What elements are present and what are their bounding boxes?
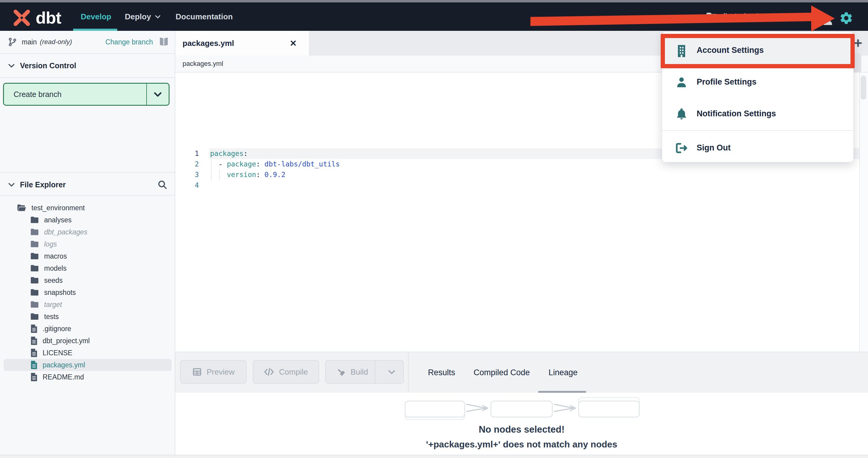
tree-item-packages-yml[interactable]: packages.yml — [4, 359, 172, 371]
user-avatar-icon[interactable] — [822, 14, 834, 27]
folder-icon — [30, 240, 39, 248]
folder-icon — [30, 228, 39, 236]
folder-icon — [30, 265, 39, 272]
current-branch-name: main — [22, 38, 37, 46]
folder-icon — [30, 313, 39, 320]
person-icon — [675, 76, 688, 89]
sidebar: main (read-only) Change branch Version C… — [0, 31, 175, 458]
file-icon — [30, 324, 38, 333]
line-number: 4 — [175, 180, 199, 191]
create-branch-caret[interactable] — [147, 89, 168, 99]
building-icon — [675, 44, 688, 57]
menu-item-profile-settings[interactable]: Profile Settings — [662, 66, 853, 98]
file-icon — [30, 348, 38, 357]
tree-item-readme[interactable]: README.md — [0, 371, 175, 383]
folder-open-icon — [17, 204, 27, 212]
panel-divider — [408, 352, 409, 393]
git-branch-icon — [7, 37, 18, 47]
dbt-logo[interactable]: dbt — [12, 8, 61, 28]
folder-icon — [30, 253, 39, 260]
tree-item-macros[interactable]: macros — [0, 250, 175, 262]
tree-item-license[interactable]: LICENSE — [0, 347, 175, 359]
tree-item-analyses[interactable]: analyses — [0, 214, 175, 226]
grid-icon — [192, 367, 202, 377]
project-folder-icon — [706, 12, 718, 22]
nav-develop[interactable]: Develop — [81, 2, 111, 31]
chevron-down-icon — [7, 61, 16, 70]
menu-item-sign-out[interactable]: Sign Out — [662, 134, 853, 162]
tab-results[interactable]: Results — [428, 352, 455, 393]
folder-icon — [30, 289, 39, 296]
bell-icon — [675, 107, 688, 120]
tab-lineage[interactable]: Lineage — [549, 352, 578, 393]
dbt-logo-icon — [12, 8, 31, 28]
lineage-empty-subtitle: '+packages.yml+' does not match any node… — [175, 439, 868, 450]
code-line-4[interactable]: 4 — [175, 180, 859, 191]
create-branch-button[interactable]: Create branch — [3, 83, 169, 106]
action-bar: Preview Compile Build Results Co — [175, 352, 868, 393]
dbt-logo-text: dbt — [36, 8, 61, 28]
line-number: 3 — [175, 169, 199, 180]
file-icon — [30, 336, 38, 345]
build-button[interactable]: Build — [325, 360, 404, 384]
branch-row: main (read-only) Change branch — [0, 31, 175, 53]
scroll-indicator[interactable] — [854, 53, 861, 73]
editor-scrollbar-thumb[interactable] — [861, 75, 866, 100]
docs-book-icon[interactable] — [158, 37, 169, 47]
account-dropdown-menu: Account Settings Profile Settings Notifi… — [662, 32, 854, 162]
tree-item-gitignore[interactable]: .gitignore — [0, 323, 175, 335]
tree-item-target[interactable]: target — [0, 298, 175, 310]
tree-item-seeds[interactable]: seeds — [0, 274, 175, 286]
nav-documentation[interactable]: Documentation — [176, 2, 233, 31]
sign-out-icon — [675, 142, 688, 154]
version-control-header[interactable]: Version Control — [0, 54, 175, 77]
hammer-icon — [336, 367, 346, 377]
top-navbar: dbt Develop Deploy Documentation dbt Lab… — [0, 2, 868, 31]
lineage-canvas[interactable]: No nodes selected! '+packages.yml+' does… — [175, 393, 868, 455]
dbt-cloud-ide: dbt Develop Deploy Documentation dbt Lab… — [0, 0, 868, 458]
button-separator — [375, 361, 375, 383]
settings-gear-icon[interactable] — [839, 11, 854, 25]
bottom-strip — [0, 455, 868, 458]
tree-item-dbt-project-yml[interactable]: dbt_project.yml — [0, 335, 175, 347]
folder-icon — [30, 216, 39, 224]
file-icon — [30, 360, 38, 369]
preview-button[interactable]: Preview — [180, 360, 247, 384]
compile-button[interactable]: Compile — [253, 360, 319, 384]
code-icon — [264, 367, 274, 377]
menu-divider — [662, 130, 853, 131]
tree-item-snapshots[interactable]: snapshots — [0, 286, 175, 298]
lineage-empty-title: No nodes selected! — [175, 424, 868, 435]
menu-item-account-settings[interactable]: Account Settings — [662, 34, 853, 66]
active-nav-underline — [73, 29, 117, 31]
tree-item-logs[interactable]: logs — [0, 238, 175, 250]
account-context[interactable]: dbt Labs / Analytics — [720, 2, 793, 31]
window-top-strip — [0, 0, 868, 2]
tree-root[interactable]: test_environment — [0, 202, 175, 214]
tree-item-models[interactable]: models — [0, 262, 175, 274]
close-tab-icon[interactable]: ✕ — [290, 38, 297, 48]
tree-item-tests[interactable]: tests — [0, 310, 175, 323]
breadcrumb-file[interactable]: packages.yml — [183, 60, 223, 68]
folder-icon — [30, 301, 39, 308]
tab-packages-yml[interactable]: packages.yml ✕ — [175, 31, 309, 56]
tab-compiled-code[interactable]: Compiled Code — [473, 352, 530, 393]
chevron-down-icon — [154, 13, 161, 20]
file-explorer-header[interactable]: File Explorer — [0, 173, 175, 196]
menu-item-notification-settings[interactable]: Notification Settings — [662, 98, 853, 130]
nav-deploy[interactable]: Deploy — [125, 2, 161, 31]
file-tree: test_environment analyses dbt_packages l… — [0, 202, 175, 383]
line-number: 2 — [175, 159, 199, 169]
file-icon — [30, 372, 38, 382]
change-branch-link[interactable]: Change branch — [105, 38, 153, 46]
line-number: 1 — [175, 148, 199, 159]
folder-icon — [30, 277, 39, 284]
build-options-caret[interactable] — [380, 361, 403, 383]
branch-readonly-label: (read-only) — [40, 38, 72, 46]
divider — [0, 77, 175, 78]
chevron-down-icon — [7, 181, 16, 189]
tree-item-dbt-packages[interactable]: dbt_packages — [0, 226, 175, 238]
editor-scrollbar[interactable] — [859, 72, 868, 352]
code-line-3[interactable]: 3 version: 0.9.2 — [175, 169, 859, 180]
search-icon[interactable] — [157, 179, 167, 190]
